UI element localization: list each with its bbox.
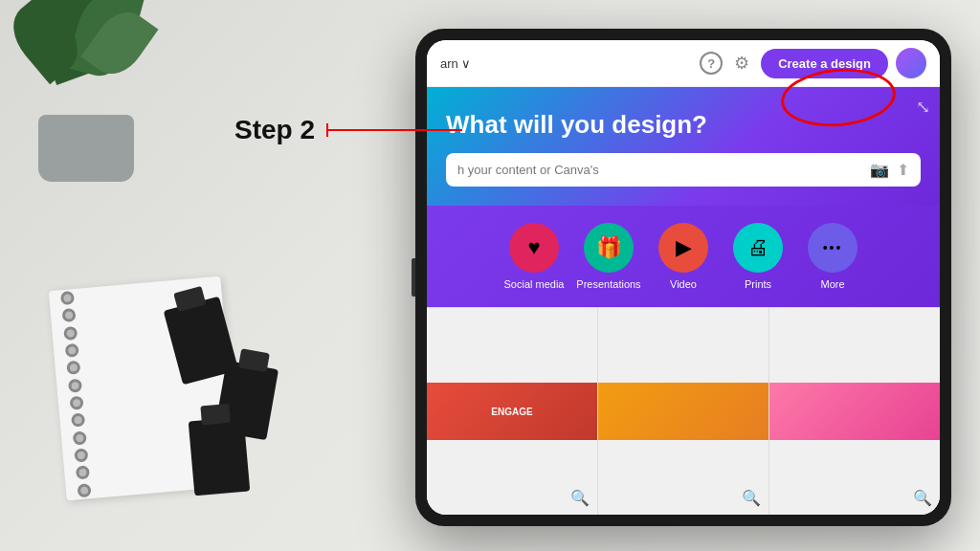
category-presentations[interactable]: 🎁 Presentations	[575, 223, 642, 290]
help-button[interactable]: ?	[700, 52, 723, 75]
social-media-label: Social media	[504, 278, 565, 290]
create-design-button[interactable]: Create a design	[761, 49, 888, 78]
settings-icon[interactable]: ⚙	[730, 52, 753, 75]
gallery-search-icon-3[interactable]: 🔍	[913, 489, 932, 507]
video-label: Video	[670, 278, 697, 290]
chevron-down-icon: ∨	[461, 56, 471, 71]
gallery-search-icon-2[interactable]: 🔍	[742, 489, 761, 507]
search-bar[interactable]: 📷 ⬆	[446, 153, 921, 187]
more-icon: •••	[808, 223, 858, 273]
plant-decoration	[0, 0, 191, 182]
gallery-item-3[interactable]: 🔍	[769, 308, 940, 515]
gallery-thumb-3	[769, 383, 940, 440]
presentations-icon: 🎁	[584, 223, 634, 273]
gallery-thumb-2	[598, 383, 768, 440]
social-media-icon: ♥	[509, 223, 559, 273]
prints-icon: 🖨	[733, 223, 783, 273]
crop-icon: ⤡	[916, 97, 930, 118]
gallery-thumb-1: ENGAGE	[427, 383, 597, 440]
binder-clip-3	[189, 417, 251, 496]
category-prints[interactable]: 🖨 Prints	[724, 223, 791, 290]
nav-learn: arn ∨	[440, 56, 471, 71]
step-text: Step 2	[234, 115, 315, 145]
video-icon: ▶	[658, 223, 708, 273]
user-avatar[interactable]	[896, 48, 926, 78]
more-label: More	[820, 278, 844, 290]
gallery-item-1[interactable]: ENGAGE 🔍	[427, 308, 598, 515]
hero-section: ⤡ What will you design? 📷 ⬆	[427, 87, 940, 206]
category-video[interactable]: ▶ Video	[650, 223, 717, 290]
prints-label: Prints	[745, 278, 771, 290]
tablet-screen: arn ∨ ? ⚙ Create a design ⤡ What will yo…	[427, 40, 940, 515]
category-more[interactable]: ••• More	[799, 223, 866, 290]
camera-icon: 📷	[870, 161, 889, 179]
hero-title: What will you design?	[446, 110, 921, 140]
search-input[interactable]	[457, 163, 862, 177]
nav-bar: arn ∨ ? ⚙ Create a design	[427, 40, 940, 87]
gallery-row: ENGAGE 🔍 🔍 🔍	[427, 307, 940, 515]
arrow-line	[328, 129, 462, 131]
categories-bar: ♥ Social media 🎁 Presentations ▶ Video 🖨…	[427, 206, 940, 307]
tablet-side-button	[412, 258, 415, 297]
tablet: arn ∨ ? ⚙ Create a design ⤡ What will yo…	[415, 29, 951, 526]
gallery-search-icon-1[interactable]: 🔍	[570, 489, 590, 507]
upload-icon: ⬆	[897, 161, 909, 179]
presentations-label: Presentations	[576, 278, 640, 290]
gallery-item-2[interactable]: 🔍	[598, 308, 769, 515]
step-label: Step 2	[234, 115, 462, 145]
step-arrow	[324, 123, 462, 137]
category-social-media[interactable]: ♥ Social media	[501, 223, 568, 290]
